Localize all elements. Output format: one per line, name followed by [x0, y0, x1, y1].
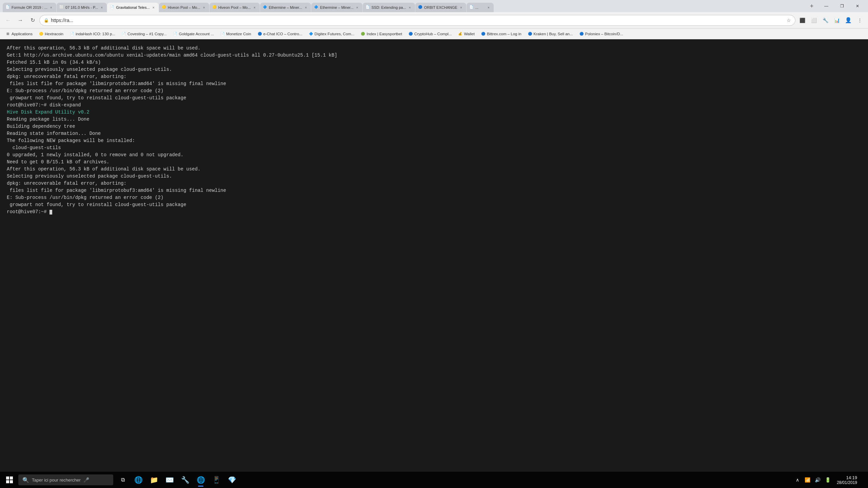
terminal-line: Reading package lists... Done — [7, 116, 861, 123]
chrome-icon[interactable]: 🌐 — [193, 472, 208, 487]
start-button[interactable] — [1, 472, 18, 488]
tab-close-button[interactable]: × — [486, 5, 491, 10]
tray-chevron[interactable]: ∧ — [793, 475, 802, 485]
terminal-line: files list file for package 'libmirproto… — [7, 80, 861, 87]
page-content: After this operation, 56.3 kB of additio… — [0, 39, 868, 488]
bookmark-favicon: 🔵 — [257, 32, 262, 36]
bookmark-bm6[interactable]: 📄 Monetize Coin — [217, 30, 254, 38]
bookmark-bm12[interactable]: 🔵 Bittrex.com – Log in — [478, 30, 524, 38]
tab-close-button[interactable]: × — [408, 5, 412, 10]
bookmark-label: Covesting – #1 Copy... — [127, 32, 167, 36]
bookmark-label: Digitex Futures, Com... — [315, 32, 355, 36]
tab-close-button[interactable]: × — [303, 5, 308, 10]
tab-close-button[interactable]: × — [151, 5, 156, 10]
show-desktop-button[interactable] — [861, 472, 864, 487]
tab-close-button[interactable]: × — [202, 5, 206, 10]
taskbar-right: ∧ 📶 🔊 🔋 14:19 28/01/2019 — [793, 472, 867, 487]
bookmark-bm9[interactable]: 🟢 Index | Easysportbet — [358, 30, 405, 38]
browser-tab-tab6[interactable]: 🔷 Ethermine – Miner... × — [260, 3, 311, 12]
terminal-line: Get:1 http://us.archive.ubuntu.com/ubunt… — [7, 52, 861, 59]
bookmark-bm10[interactable]: 🔵 CryptoHub – Compl... — [406, 30, 455, 38]
browser-tab-tab9[interactable]: 🔵 ORBIT EXCHANGE × — [415, 3, 466, 12]
terminal-line: root@hive07:~# disk-expand — [7, 102, 861, 109]
bookmark-star-icon[interactable]: ☆ — [787, 18, 791, 23]
taskbar-search[interactable]: 🔍 Taper ici pour rechercher 🎤 — [18, 474, 113, 485]
extensions3-button[interactable]: 🔧 — [820, 15, 831, 26]
bookmark-bm5[interactable]: 📄 Goldgate Account ... — [170, 30, 217, 38]
navigation-toolbar: ← → ↻ 🔒 ☆ ⬛ ⬜ 🔧 📊 👤 ⋮ — [0, 12, 868, 28]
browser-tab-tab3[interactable]: 📄 Gravitational Teles... × — [107, 3, 158, 12]
terminal-line: 0 upgraded, 1 newly installed, 0 to remo… — [7, 151, 861, 159]
network-icon[interactable]: 📶 — [803, 475, 812, 485]
app-icon-2[interactable]: 📱 — [209, 472, 224, 487]
user-button[interactable]: 👤 — [843, 15, 854, 26]
battery-icon[interactable]: 🔋 — [823, 475, 833, 485]
bookmark-bm4[interactable]: 📄 Covesting – #1 Copy... — [119, 30, 170, 38]
taskbar: 🔍 Taper ici pour rechercher 🎤 ⧉ 🌐 📁 ✉️ 🔧… — [0, 472, 868, 488]
terminal-line: files list file for package 'libmirproto… — [7, 187, 861, 194]
bookmark-label: Applications — [12, 32, 33, 36]
bookmark-label: Kraken | Buy, Sell an... — [534, 32, 573, 36]
browser-tab-tab2[interactable]: ⬜ 07 181.0 MH/s - P... × — [57, 3, 107, 12]
tab-favicon: 🟡 — [212, 5, 217, 10]
tab-favicon: 🔵 — [418, 5, 423, 10]
edge-icon[interactable]: 🌐 — [131, 472, 146, 487]
tab-close-button[interactable]: × — [49, 5, 54, 10]
tab-title: Ethermine – Miner... — [269, 5, 302, 9]
menu-button[interactable]: ⋮ — [854, 15, 865, 26]
tab-close-button[interactable]: × — [355, 5, 360, 10]
bookmark-bm11[interactable]: 💰 Wallet — [455, 30, 477, 38]
browser-tab-tab10[interactable]: 📄 ... × — [467, 3, 494, 12]
refresh-button[interactable]: ↻ — [27, 15, 38, 26]
file-explorer-icon[interactable]: 📁 — [146, 472, 161, 487]
minimize-button[interactable]: — — [818, 1, 834, 11]
terminal-line: Hive Disk Expand Utility v0.2 — [7, 109, 861, 116]
forward-button[interactable]: → — [15, 15, 26, 26]
volume-icon[interactable]: 🔊 — [813, 475, 823, 485]
terminal-line: E: Sub-process /usr/bin/dpkg returned an… — [7, 194, 861, 201]
terminal-line: cloud-guest-utils — [7, 144, 861, 151]
browser-tab-tab8[interactable]: 📄 SSD: Extending pa... × — [363, 3, 415, 12]
terminal-line: Selecting previously unselected package … — [7, 173, 861, 180]
browser-tab-tab7[interactable]: 🔷 Ethermine – Miner... × — [311, 3, 362, 12]
system-clock[interactable]: 14:19 28/01/2019 — [834, 472, 860, 487]
extensions2-button[interactable]: ⬜ — [808, 15, 819, 26]
address-input[interactable] — [51, 18, 785, 23]
window-controls: — ❒ ✕ — [818, 1, 865, 11]
tab-close-button[interactable]: × — [252, 5, 257, 10]
mail-icon[interactable]: ✉️ — [162, 472, 177, 487]
browser-tab-tab4[interactable]: 🟡 Hiveon Pool – Mo... × — [159, 3, 209, 12]
bookmark-bm14[interactable]: 🔵 Poloniex – Bitcoin/D... — [576, 30, 626, 38]
address-bar-container[interactable]: 🔒 ☆ — [39, 15, 795, 26]
browser-tab-tab1[interactable]: 📄 Formule OR 2019 : ... × — [3, 3, 56, 12]
bookmark-label: Wallet — [464, 32, 475, 36]
bookmark-favicon: 🔵 — [481, 32, 486, 36]
bookmark-bm8[interactable]: 🔷 Digitex Futures, Com... — [306, 30, 357, 38]
bookmark-bm2[interactable]: 🟡 Hextracoin — [36, 30, 66, 38]
terminal-line: Building dependency tree — [7, 123, 861, 130]
app-icon-1[interactable]: 🔧 — [178, 472, 193, 487]
terminal-line: growpart not found, try to reinstall clo… — [7, 201, 861, 208]
bookmark-favicon: 💰 — [458, 32, 462, 36]
bookmark-bm7[interactable]: 🔵 e-Chat ICO – Contro... — [255, 30, 305, 38]
extensions4-button[interactable]: 📊 — [831, 15, 842, 26]
extensions-button[interactable]: ⬛ — [797, 15, 808, 26]
bookmark-bm1[interactable]: ⊞ Applications — [3, 30, 35, 38]
restore-button[interactable]: ❒ — [834, 1, 850, 11]
bookmark-bm3[interactable]: 📄 indaHash ICO: 130 p... — [67, 30, 118, 38]
tab-close-button[interactable]: × — [99, 5, 104, 10]
browser-tab-tab5[interactable]: 🟡 Hiveon Pool – Mo... × — [210, 3, 260, 12]
close-button[interactable]: ✕ — [850, 1, 865, 11]
new-tab-button[interactable]: + — [808, 2, 816, 10]
terminal-line: After this operation, 56.3 kB of additio… — [7, 45, 861, 52]
app-icon-3[interactable]: 💎 — [224, 472, 239, 487]
tab-close-button[interactable]: × — [459, 5, 463, 10]
bookmark-bm13[interactable]: 🔵 Kraken | Buy, Sell an... — [525, 30, 576, 38]
back-button[interactable]: ← — [3, 15, 14, 26]
taskview-button[interactable]: ⧉ — [115, 472, 130, 487]
bookmark-favicon: 🔵 — [579, 32, 584, 36]
bookmark-favicon: 🟢 — [360, 32, 365, 36]
bookmark-label: Goldgate Account ... — [179, 32, 214, 36]
bookmark-favicon: 📄 — [121, 32, 126, 36]
tab-title: Hiveon Pool – Mo... — [168, 5, 200, 9]
